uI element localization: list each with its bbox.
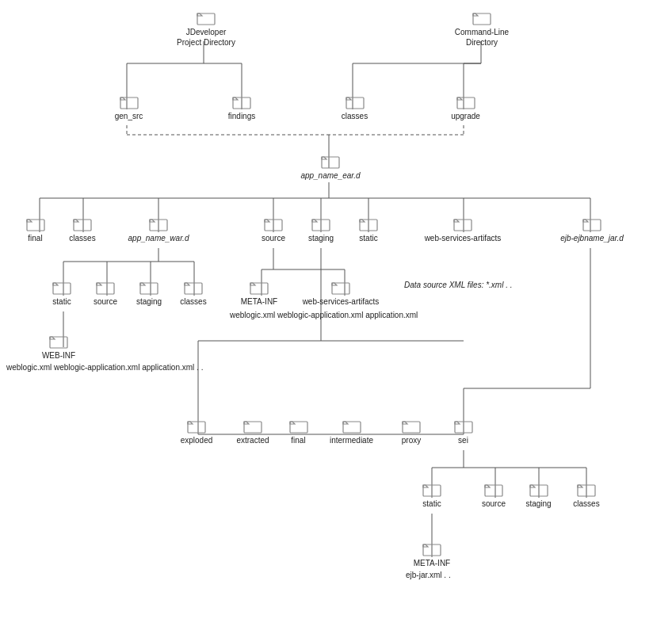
staging1-label: staging [308,233,334,243]
folder-icon [453,216,472,231]
source1-label: source [262,233,285,243]
ejb-jar-node: ejb-ejbname_jar.d [552,216,632,243]
static2-label: static [52,296,71,307]
svg-rect-67 [457,97,475,109]
classes1-label: classes [342,111,368,121]
web-inf-label: WEB-INF [42,350,75,361]
svg-rect-73 [312,220,330,231]
staging3-label: staging [525,499,551,509]
svg-rect-79 [140,283,158,294]
folder-icon [321,153,340,169]
folder-icon [243,418,262,434]
folder-icon [187,418,206,434]
staging2-node: staging [128,279,170,307]
svg-rect-87 [343,422,361,433]
folder-icon [149,216,168,231]
svg-rect-85 [244,422,262,433]
source3-node: source [473,481,514,509]
intermediate-label: intermediate [330,435,373,445]
meta-inf2-node: META-INF [407,541,456,568]
svg-rect-89 [455,422,472,433]
svg-rect-63 [473,13,491,25]
app-name-ear-label: app_name_ear.d [300,170,360,181]
findings-label: findings [228,111,255,121]
folder-icon [346,94,365,109]
svg-rect-72 [265,220,282,231]
war-files-text: weblogic.xml weblogic-application.xml ap… [6,363,203,372]
folder-icon [484,481,503,497]
ejb-jar-label: ejb-ejbname_jar.d [560,233,624,243]
datasource-text: Data source XML files: *.xml . . [404,281,513,289]
svg-rect-86 [290,422,307,433]
svg-rect-94 [423,544,441,556]
folder-icon [342,418,361,434]
static1-label: static [359,233,377,243]
web-services2-node: web-services-artifacts [301,279,380,307]
folder-icon [120,94,139,109]
svg-rect-71 [150,220,167,231]
svg-rect-81 [250,283,268,294]
svg-rect-88 [403,422,420,433]
final1-label: final [28,233,42,243]
svg-rect-91 [485,485,502,496]
svg-rect-69 [27,220,44,231]
svg-rect-62 [197,13,215,25]
svg-rect-77 [53,283,71,294]
proxy-node: proxy [391,418,431,445]
svg-rect-90 [423,485,441,496]
app-name-war-node: app_name_war.d [120,216,197,243]
web-services2-label: web-services-artifacts [303,296,380,307]
ejb-jar-file-list: ejb-jar.xml . . [406,569,451,581]
svg-rect-66 [346,97,364,109]
source2-node: source [85,279,126,307]
folder-icon [577,481,596,497]
classes3-label: classes [180,296,206,307]
datasource-file-list: Data source XML files: *.xml . . [404,279,513,291]
extracted-label: extracted [236,435,269,445]
folder-icon [289,418,308,434]
svg-rect-65 [233,97,250,109]
sei-label: sei [458,435,468,445]
sei-node: sei [445,418,481,445]
final2-node: final [281,418,316,445]
svg-rect-74 [360,220,377,231]
svg-rect-64 [120,97,138,109]
svg-rect-75 [454,220,472,231]
folder-icon [139,279,158,295]
svg-rect-68 [322,157,339,168]
folder-icon [26,216,45,231]
svg-rect-78 [97,283,114,294]
folder-icon [402,418,421,434]
folder-icon [184,279,203,295]
app-name-war-label: app_name_war.d [128,233,189,243]
upgrade-node: upgrade [444,94,487,121]
folder-icon [250,279,269,295]
folder-icon [422,541,441,556]
folder-icon [49,333,68,349]
svg-rect-76 [583,220,601,231]
folder-icon [197,10,216,25]
source2-label: source [94,296,117,307]
classes4-label: classes [573,499,599,509]
static3-node: static [411,481,452,509]
web-inf-node: WEB-INF [38,333,79,361]
upgrade-label: upgrade [451,111,480,121]
final1-node: final [17,216,53,243]
folder-icon [359,216,378,231]
svg-rect-93 [578,485,595,496]
folder-icon [582,216,601,231]
exploded-label: exploded [181,435,213,445]
jdeveloper-label: JDeveloper Project Directory [177,27,235,48]
extracted-node: extracted [229,418,277,445]
static1-node: static [348,216,389,243]
folder-icon [264,216,283,231]
cmdline-node: Command-Line Directory [446,10,517,48]
intermediate-node: intermediate [322,418,381,445]
staging3-node: staging [517,481,560,509]
folder-icon [73,216,92,231]
cmdline-label: Command-Line Directory [455,27,509,48]
jdeveloper-node: JDeveloper Project Directory [170,10,242,48]
svg-rect-82 [332,283,349,294]
svg-rect-84 [188,422,205,433]
gen-src-node: gen_src [107,94,151,121]
